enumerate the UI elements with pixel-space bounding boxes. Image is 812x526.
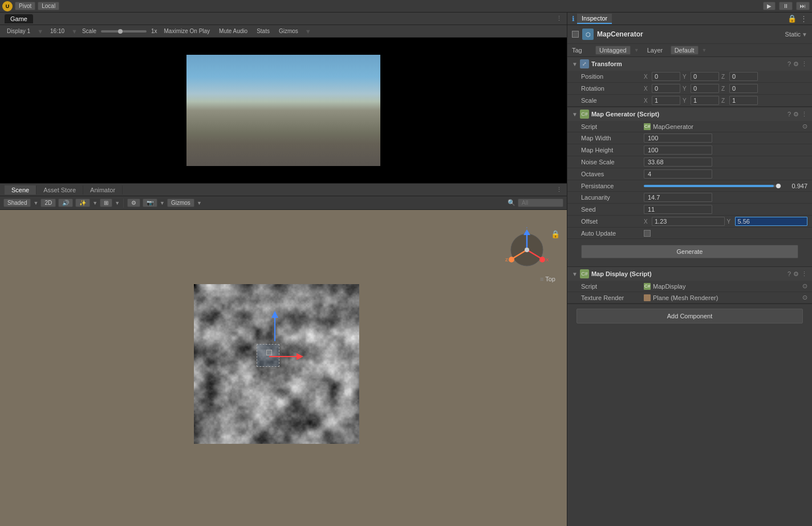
position-x-input[interactable] <box>652 72 680 81</box>
map-gen-more-icon[interactable]: ⋮ <box>801 111 807 118</box>
transform-help-icon[interactable]: ? <box>787 60 791 67</box>
rotation-values: X Y Z <box>644 84 807 93</box>
up-arrow-handle[interactable] <box>269 310 281 344</box>
game-tab-bar: Game ⋮ <box>0 13 567 25</box>
scene-tab[interactable]: Scene <box>5 185 36 195</box>
maximize-on-play-button[interactable]: Maximize On Play <box>162 27 213 35</box>
auto-update-row: Auto Update <box>567 228 812 239</box>
scene-tools-btn[interactable]: ⚙ <box>127 199 140 207</box>
offset-x-input[interactable] <box>652 217 725 226</box>
audio-button[interactable]: 🔊 <box>58 199 73 207</box>
map-width-label: Map Width <box>581 135 644 141</box>
map-display-header[interactable]: ▼ C# Map Display (Script) ? ⚙ ⋮ <box>567 267 812 281</box>
more-options-icon[interactable]: ⋮ <box>800 14 807 23</box>
map-generator-header[interactable]: ▼ C# Map Generator (Script) ? ⚙ ⋮ <box>567 107 812 121</box>
position-y-letter: Y <box>683 74 689 80</box>
texture-render-field: Plane (Mesh Renderer) ⊙ <box>644 294 807 301</box>
noise-scale-input[interactable] <box>644 157 712 167</box>
camera-btn[interactable]: 📷 <box>143 199 157 207</box>
ratio-selector[interactable]: 16:10 <box>48 27 67 35</box>
persistance-slider[interactable] <box>644 185 781 187</box>
scale-z-input[interactable] <box>729 96 758 105</box>
lacunarity-input[interactable] <box>644 193 712 202</box>
gizmos-dropdown[interactable]: Gizmos <box>167 199 194 207</box>
panel-options[interactable]: ⋮ <box>556 15 562 22</box>
transform-header[interactable]: ▼ ⤢ Transform ? ⚙ ⋮ <box>567 57 812 71</box>
map-height-input[interactable] <box>644 145 712 155</box>
scale-y-input[interactable] <box>691 96 719 105</box>
rotation-y-input[interactable] <box>691 84 719 93</box>
scale-row: Scale X Y Z <box>567 95 812 107</box>
rotation-z-input[interactable] <box>729 84 758 93</box>
fx-button[interactable]: ✨ <box>75 199 90 207</box>
local-button[interactable]: Local <box>38 2 59 10</box>
scene-options[interactable]: ⋮ <box>556 186 562 193</box>
map-width-input[interactable] <box>644 133 712 143</box>
gizmos-game-button[interactable]: Gizmos <box>277 27 301 35</box>
scale-values: X Y Z <box>644 96 807 105</box>
map-display-more-icon[interactable]: ⋮ <box>801 270 807 278</box>
animator-tab[interactable]: Animator <box>83 185 123 195</box>
seed-input[interactable] <box>644 205 712 214</box>
static-label: Static <box>785 31 801 38</box>
scene-viewport[interactable]: Y X Z ≡ Top <box>0 210 567 526</box>
position-values: X Y Z <box>644 72 807 81</box>
right-arrow-handle[interactable] <box>266 351 306 362</box>
map-gen-settings-icon[interactable]: ⚙ <box>793 111 799 118</box>
main-layout: Game ⋮ Display 1 ▼ 16:10 ▼ Scale 1x Maxi… <box>0 13 812 526</box>
rotation-z-field: Z <box>721 84 758 93</box>
inspector-tab[interactable]: Inspector <box>577 14 612 24</box>
map-gen-help-icon[interactable]: ? <box>787 111 791 118</box>
offset-y-input[interactable] <box>735 217 808 226</box>
add-component-button[interactable]: Add Component <box>576 309 803 323</box>
tag-dropdown[interactable]: Untagged <box>595 46 631 55</box>
transform-title: Transform <box>591 60 785 67</box>
grid-button[interactable]: ⊞ <box>100 199 112 207</box>
2d-button[interactable]: 2D <box>40 199 56 207</box>
rotation-x-input[interactable] <box>652 84 680 93</box>
map-display-script-target[interactable]: ⊙ <box>802 282 807 290</box>
shading-dropdown[interactable]: Shaded <box>3 199 31 207</box>
object-icon: ⬡ <box>582 29 594 40</box>
svg-point-9 <box>539 257 545 262</box>
static-dropdown[interactable]: ▼ <box>802 31 807 38</box>
object-enable-checkbox[interactable] <box>572 31 579 38</box>
position-y-input[interactable] <box>691 72 719 81</box>
position-z-input[interactable] <box>729 72 758 81</box>
mute-audio-button[interactable]: Mute Audio <box>217 27 250 35</box>
top-view-label: ≡ Top <box>540 276 555 282</box>
scale-y-letter: Y <box>683 98 689 104</box>
play-button[interactable]: ▶ <box>763 2 776 10</box>
game-viewport <box>0 38 567 183</box>
game-tab[interactable]: Game <box>5 14 33 23</box>
center-handle[interactable] <box>266 350 272 355</box>
map-display-settings-icon[interactable]: ⚙ <box>793 270 799 278</box>
tag-label: Tag <box>572 47 592 54</box>
step-button[interactable]: ⏭ <box>796 2 810 10</box>
position-x-field: X <box>644 72 680 81</box>
inspector-tab-bar: ℹ Inspector 🔒 ⋮ <box>567 13 812 25</box>
lock-inspector-icon[interactable]: 🔒 <box>787 14 797 23</box>
map-gen-script-target[interactable]: ⊙ <box>802 123 807 130</box>
scale-x-input[interactable] <box>652 96 680 105</box>
layer-dropdown[interactable]: Default <box>671 46 699 55</box>
map-display-help-icon[interactable]: ? <box>787 270 791 277</box>
lock-icon[interactable]: 🔒 <box>551 230 560 238</box>
pause-button[interactable]: ⏸ <box>779 2 793 10</box>
generate-button[interactable]: Generate <box>581 245 798 258</box>
lacunarity-label: Lacunarity <box>581 194 644 201</box>
map-gen-script-label: Script <box>581 123 644 130</box>
texture-render-target[interactable]: ⊙ <box>802 294 807 301</box>
scene-search-input[interactable] <box>518 199 563 207</box>
auto-update-checkbox[interactable] <box>644 230 651 237</box>
rotation-y-letter: Y <box>683 86 689 92</box>
transform-settings-icon[interactable]: ⚙ <box>793 60 799 68</box>
asset-store-tab[interactable]: Asset Store <box>36 185 83 195</box>
pivot-button[interactable]: Pivot <box>15 2 35 10</box>
scale-slider[interactable] <box>101 30 147 33</box>
display-selector[interactable]: Display 1 <box>5 27 33 35</box>
stats-button[interactable]: Stats <box>254 27 272 35</box>
octaves-input[interactable] <box>644 169 712 179</box>
position-row: Position X Y Z <box>567 71 812 83</box>
transform-more-icon[interactable]: ⋮ <box>801 60 807 68</box>
